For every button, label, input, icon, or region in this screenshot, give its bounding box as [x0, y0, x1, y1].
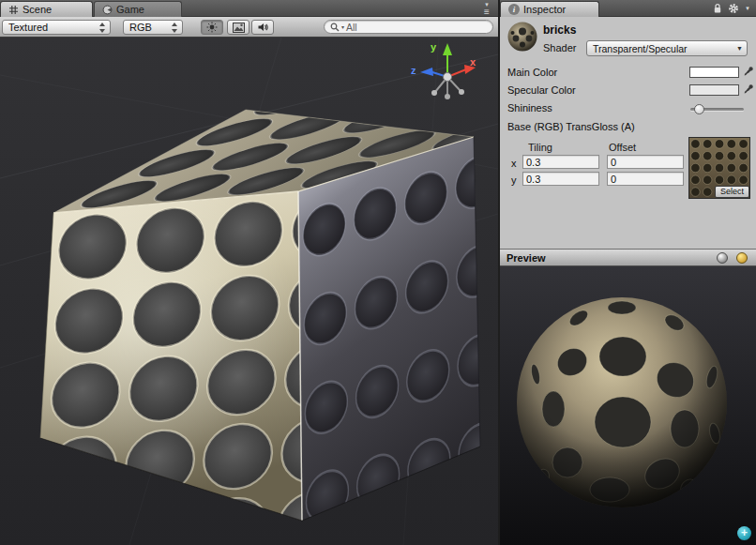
gizmo-y-label: y [431, 41, 437, 53]
tab-game-label: Game [116, 4, 144, 15]
select-texture-button[interactable]: Select [715, 186, 749, 198]
image-icon [233, 23, 245, 33]
shininess-label: Shininess [507, 102, 552, 114]
dropdown-arrows-icon [98, 23, 106, 33]
scene-viewport[interactable]: y x z [0, 38, 498, 545]
render-mode-value: RGB [129, 22, 152, 33]
material-sphere-thumbnail[interactable] [507, 21, 538, 53]
game-icon [102, 5, 113, 15]
scene-pane-menu-icon[interactable]: ▼≡ [480, 2, 493, 16]
base-map-label: Base (RGB) TransGloss (A) [507, 121, 635, 132]
skybox-toggle-button[interactable] [227, 20, 249, 35]
axis-x-label: x [511, 158, 517, 169]
search-filter-label: All [346, 22, 357, 33]
gizmo-x-label: x [470, 56, 476, 68]
info-icon: i [508, 4, 520, 15]
preview-mesh-icon[interactable] [717, 252, 728, 264]
eyedropper-icon[interactable] [743, 83, 754, 95]
scene-grid-icon [8, 5, 19, 15]
tab-inspector[interactable]: i Inspector [500, 1, 599, 17]
material-name: bricks [543, 23, 576, 37]
shader-value: Transparent/Specular [593, 43, 688, 54]
audio-toggle-button[interactable] [251, 20, 274, 35]
render-mode-dropdown[interactable]: RGB [123, 20, 183, 35]
scene-panel: Scene Game ▼≡ Textured RGB [0, 0, 498, 545]
specular-color-swatch[interactable] [689, 84, 739, 96]
preview-add-button[interactable]: + [737, 526, 751, 540]
shininess-slider[interactable] [690, 108, 744, 111]
tiling-y-input[interactable] [522, 172, 599, 186]
scene-search-field[interactable]: ▾ All [324, 20, 493, 34]
scene-tabstrip: Scene Game ▼≡ [0, 0, 498, 17]
preview-header[interactable]: Preview [500, 249, 756, 266]
main-color-label: Main Color [507, 67, 557, 78]
scene-3d-view: y x z [0, 38, 498, 545]
search-icon [330, 23, 340, 32]
plus-icon: + [741, 526, 748, 539]
lock-icon[interactable] [713, 3, 722, 14]
shader-dropdown[interactable]: Transparent/Specular ▼ [586, 40, 748, 56]
offset-header: Offset [609, 142, 636, 153]
preview-title: Preview [507, 252, 546, 264]
axis-y-label: y [511, 174, 517, 186]
shader-label: Shader [543, 42, 576, 53]
lighting-toggle-button[interactable] [201, 20, 223, 35]
inspector-panel: i Inspector ▼ [500, 0, 756, 545]
tab-scene-label: Scene [23, 4, 52, 15]
sun-icon [206, 22, 218, 33]
gizmo-z-label: z [411, 65, 416, 76]
chevron-down-icon[interactable]: ▼ [745, 6, 750, 11]
base-texture-thumbnail[interactable]: Select [688, 137, 750, 199]
offset-y-input[interactable] [607, 172, 684, 186]
chevron-down-icon: ▼ [736, 45, 743, 52]
eyedropper-icon[interactable] [743, 66, 754, 77]
preview-area[interactable]: + [500, 266, 756, 545]
shininess-slider-thumb[interactable] [694, 104, 704, 114]
tab-scene[interactable]: Scene [0, 1, 93, 17]
tab-inspector-label: Inspector [523, 4, 566, 15]
speaker-icon [257, 22, 268, 33]
inspector-tabstrip: i Inspector ▼ [500, 0, 756, 17]
search-filter-arrow-icon: ▾ [341, 23, 344, 30]
scene-toolbar: Textured RGB [0, 17, 498, 38]
tab-game[interactable]: Game [94, 1, 182, 17]
preview-light-icon[interactable] [736, 252, 748, 264]
dropdown-arrows-icon [171, 23, 178, 33]
tiling-x-input[interactable] [522, 155, 599, 169]
material-preview-render [500, 266, 756, 545]
main-color-swatch[interactable] [689, 67, 739, 78]
specular-color-label: Specular Color [507, 84, 576, 96]
draw-mode-dropdown[interactable]: Textured [2, 20, 111, 35]
draw-mode-value: Textured [8, 22, 48, 33]
tiling-header: Tiling [528, 142, 552, 153]
offset-x-input[interactable] [607, 155, 684, 169]
gear-icon[interactable] [728, 3, 739, 14]
